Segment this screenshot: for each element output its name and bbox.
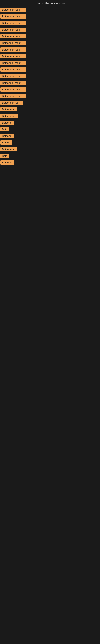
list-item: Bottleneck result xyxy=(0,74,100,79)
bottleneck-badge[interactable]: Bottleneck result xyxy=(0,14,26,18)
list-item: Bottleneck result xyxy=(0,68,100,72)
bottleneck-badge[interactable]: Bottlene xyxy=(0,134,14,138)
bottleneck-badge[interactable]: Bottler xyxy=(0,140,12,145)
bottleneck-badge[interactable]: Bottleneck result xyxy=(0,21,26,25)
list-item: Bottleneck res xyxy=(0,100,100,106)
list-item: Bottleneck result xyxy=(0,48,100,52)
list-item: Bottleneck result xyxy=(0,54,100,59)
bottleneck-badge[interactable]: Bottleneck result xyxy=(0,48,26,52)
bottleneck-badge[interactable]: Bottleneck result xyxy=(0,28,26,32)
site-title: TheBottlenecker.com xyxy=(0,0,100,7)
list-item: Bottleneck xyxy=(0,107,100,112)
list-item: Bottleneck result xyxy=(0,41,100,46)
cursor-indicator: | xyxy=(0,176,100,180)
bottleneck-badge[interactable]: Bottleneck result xyxy=(0,81,26,85)
bottleneck-badge[interactable]: Bottleneck xyxy=(0,107,17,112)
list-item: Bottleneck result xyxy=(0,28,100,32)
bottleneck-badge[interactable]: Bottleneck result xyxy=(0,8,26,12)
list-item: Bottleneck result xyxy=(0,87,100,92)
bottleneck-badge[interactable]: Bottleneck xyxy=(0,147,17,151)
bottleneck-badge[interactable]: Bott xyxy=(0,154,9,158)
bottleneck-badge[interactable]: Bottleneck r xyxy=(0,114,18,118)
bottleneck-badge[interactable]: Bottleneck result xyxy=(0,54,26,58)
list-item: Bottlene xyxy=(0,160,100,166)
bottleneck-badge[interactable]: Bottleneck result xyxy=(0,74,26,78)
list-item: Bottler xyxy=(0,140,100,146)
bottleneck-badge[interactable]: Bottleneck res xyxy=(0,100,23,105)
bottleneck-badge[interactable]: Bottleneck result xyxy=(0,61,26,65)
bottleneck-badge[interactable]: Bottleneck result xyxy=(0,41,26,45)
list-item: Bottleneck result xyxy=(0,14,100,19)
bottleneck-badge[interactable]: Bottleneck result xyxy=(0,68,26,72)
list-item: Bott xyxy=(0,154,100,159)
list-item: Bottleneck result xyxy=(0,81,100,86)
list-item: Bottleneck result xyxy=(0,61,100,66)
bottleneck-badge[interactable]: Bottlene xyxy=(0,160,14,164)
bottleneck-badge[interactable]: Bottleneck result xyxy=(0,87,26,92)
list-item: Bottleneck xyxy=(0,147,100,152)
list-item: Bottleneck result xyxy=(0,94,100,99)
bottleneck-badge[interactable]: Bottleneck result xyxy=(0,94,26,98)
list-item: Bottleneck result xyxy=(0,8,100,13)
bottleneck-badge[interactable]: Bottlene xyxy=(0,120,14,125)
bottleneck-badge[interactable]: Bott xyxy=(0,127,9,132)
list-item: Bottleneck r xyxy=(0,114,100,119)
items-container: Bottleneck resultBottleneck resultBottle… xyxy=(0,7,100,168)
list-item: Bottleneck result xyxy=(0,21,100,26)
bottleneck-badge[interactable]: Bottleneck result xyxy=(0,34,26,38)
list-item: Bott xyxy=(0,127,100,132)
list-item: Bottleneck result xyxy=(0,34,100,39)
list-item: Bottlene xyxy=(0,134,100,139)
list-item: Bottlene xyxy=(0,120,100,126)
